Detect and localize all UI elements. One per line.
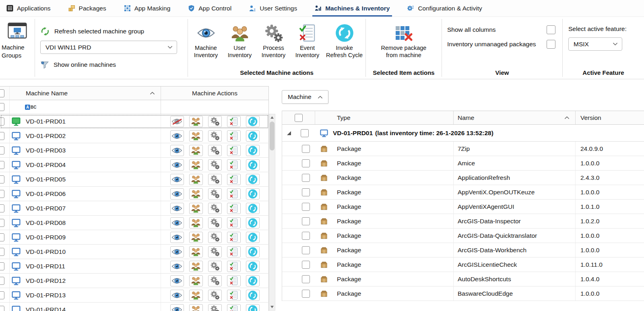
machine-row-checkbox[interactable] [0,132,4,140]
item-checkbox[interactable] [302,217,310,225]
item-checkbox[interactable] [302,145,310,153]
machine-inventory-action[interactable] [170,246,184,257]
item-checkbox[interactable] [302,203,310,211]
show-online-machines-button[interactable]: Show online machines [40,60,188,69]
invoke-refresh-cycle-button[interactable]: InvokeRefresh Cycle [324,24,365,59]
machine-row[interactable]: VD-01-PRD11 [0,259,269,274]
process-inventory-action[interactable] [208,159,222,171]
invoke-refresh-action[interactable] [246,232,260,243]
tab-packages[interactable]: Packages [67,0,108,16]
machine-row-checkbox[interactable] [0,233,4,241]
tab-app-control[interactable]: App Control [186,0,233,16]
event-inventory-action[interactable] [227,116,241,127]
process-inventory-action[interactable] [208,217,222,229]
machine-inventory-action[interactable] [170,188,184,200]
event-inventory-action[interactable] [227,261,241,272]
machine-row[interactable]: VD-01-PRD10 [0,245,269,259]
remove-package-from-machine-button[interactable]: Remove packagefrom machine [384,24,424,59]
event-inventory-action[interactable] [227,130,241,142]
item-checkbox[interactable] [302,275,310,283]
process-inventory-action[interactable] [208,203,222,214]
machine-row-checkbox[interactable] [0,204,4,212]
user-inventory-action[interactable] [189,261,203,272]
machine-inventory-action[interactable] [170,232,184,243]
invoke-refresh-action[interactable] [246,188,260,200]
package-row[interactable]: Package Amice 1.0.0.0 [282,156,644,171]
machine-inventory-action[interactable] [170,159,184,171]
package-row[interactable]: Package AutoDeskShortcuts 1.0.4.0 [282,272,644,286]
machine-row[interactable]: VD-01-PRD08 [0,216,269,230]
process-inventory-action[interactable] [208,290,222,301]
select-all-items-checkbox[interactable] [295,114,303,122]
active-feature-dropdown[interactable]: MSIX [568,37,622,51]
machine-row[interactable]: VD-01-PRD14 [0,303,269,311]
event-inventory-action[interactable] [227,159,241,171]
machine-list-scrollbar[interactable] [269,114,275,311]
item-checkbox[interactable] [302,246,310,254]
machine-row[interactable]: VD-01-PRD02 [0,129,269,143]
invoke-refresh-action[interactable] [246,159,260,171]
machine-row[interactable]: VD-01-PRD04 [0,158,269,172]
process-inventory-action[interactable] [208,232,222,243]
process-inventory-action[interactable] [208,145,222,156]
user-inventory-action[interactable] [189,246,203,257]
event-inventory-action[interactable] [227,174,241,185]
machine-row[interactable]: VD-01-PRD09 [0,230,269,245]
user-inventory-action[interactable] [189,159,203,171]
item-checkbox[interactable] [302,290,310,298]
user-inventory-button[interactable]: UserInventory [223,24,257,59]
user-inventory-action[interactable] [189,188,203,200]
machine-row-checkbox[interactable] [0,277,4,285]
machine-name-column-header[interactable]: Machine Name [10,87,161,100]
user-inventory-action[interactable] [189,275,203,286]
tab-configuration-activity[interactable]: Configuration & Activity [406,0,483,16]
process-inventory-action[interactable] [208,275,222,286]
item-checkbox[interactable] [302,174,310,182]
invoke-refresh-action[interactable] [246,217,260,229]
machine-row-checkbox[interactable] [0,306,4,311]
scroll-up-button[interactable] [269,114,275,121]
machine-row[interactable]: VD-01-PRD01 [0,114,269,129]
machine-inventory-action[interactable] [170,261,184,272]
user-inventory-action[interactable] [189,116,203,127]
event-inventory-action[interactable] [227,203,241,214]
user-inventory-action[interactable] [189,217,203,229]
machine-row-checkbox[interactable] [0,190,4,198]
package-row[interactable]: Package ArcGISLicentieCheck 1.0.11.0 [282,257,644,272]
tab-user-settings[interactable]: User Settings [248,0,299,16]
event-inventory-action[interactable] [227,188,241,200]
machine-inventory-action[interactable] [170,275,184,286]
process-inventory-action[interactable] [208,304,222,311]
name-column-header[interactable]: Name [454,111,576,124]
process-inventory-action[interactable] [208,130,222,142]
machine-row-checkbox[interactable] [0,248,4,256]
invoke-refresh-action[interactable] [246,174,260,185]
text-filter-icon[interactable]: ABC [25,105,36,110]
process-inventory-action[interactable] [208,174,222,185]
process-inventory-action[interactable] [208,116,222,127]
invoke-refresh-action[interactable] [246,246,260,257]
process-inventory-button[interactable]: ProcessInventory [257,24,291,59]
package-row[interactable]: Package ApplicationRefresh 2.4.3.0 [282,171,644,185]
version-column-header[interactable]: Version [576,114,644,122]
machine-inventory-action[interactable] [170,290,184,301]
scrollbar-thumb[interactable] [270,122,275,150]
package-row[interactable]: Package ArcGIS-Data-Quicktranslator 1.0.… [282,229,644,243]
tab-app-masking[interactable]: App Masking [122,0,172,16]
user-inventory-action[interactable] [189,304,203,311]
machine-row[interactable]: VD-01-PRD07 [0,201,269,216]
user-inventory-action[interactable] [189,232,203,243]
item-checkbox[interactable] [302,159,310,167]
item-checkbox[interactable] [302,232,310,240]
machine-row-checkbox[interactable] [0,161,4,169]
machine-inventory-action[interactable] [170,116,184,127]
machine-inventory-action[interactable] [170,304,184,311]
machine-row-checkbox[interactable] [0,117,4,126]
invoke-refresh-action[interactable] [246,145,260,156]
invoke-refresh-action[interactable] [246,304,260,311]
event-inventory-action[interactable] [227,145,241,156]
event-inventory-button[interactable]: EventInventory [291,24,324,59]
filter-row-checkbox[interactable] [0,103,4,111]
tab-machines-inventory[interactable]: Machines & Inventory [313,0,391,16]
user-inventory-action[interactable] [189,130,203,142]
